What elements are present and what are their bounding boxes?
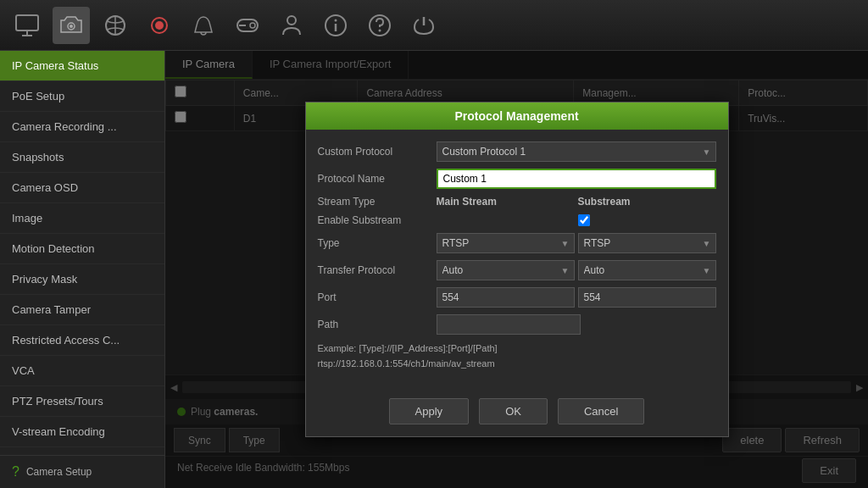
protocol-name-label: Protocol Name bbox=[318, 173, 437, 185]
type-row: Type RTSP HTTP RTSP bbox=[318, 233, 716, 253]
custom-protocol-field: Custom Protocol 1 Custom Protocol 2 bbox=[437, 141, 716, 162]
transfer-main-select[interactable]: Auto TCP UDP bbox=[437, 260, 575, 280]
sidebar-item-camera-tamper[interactable]: Camera Tamper bbox=[0, 295, 164, 325]
svg-point-4 bbox=[70, 25, 73, 28]
dialog-body: Custom Protocol Custom Protocol 1 Custom… bbox=[306, 130, 728, 390]
sidebar-item-ptz-presets[interactable]: PTZ Presets/Tours bbox=[0, 386, 164, 417]
protocol-name-input[interactable] bbox=[437, 169, 716, 189]
svg-point-8 bbox=[155, 21, 164, 30]
power-icon[interactable] bbox=[405, 7, 442, 44]
sidebar-item-vca[interactable]: VCA bbox=[0, 356, 164, 386]
sidebar-item-ip-camera-status[interactable]: IP Camera Status bbox=[0, 51, 164, 81]
top-toolbar bbox=[0, 0, 868, 51]
sidebar-item-poe-setup[interactable]: PoE Setup bbox=[0, 81, 164, 112]
path-label: Path bbox=[318, 319, 437, 330]
type-label: Type bbox=[318, 237, 437, 249]
dialog-overlay: Protocol Management Custom Protocol Cust… bbox=[165, 51, 868, 488]
port-label: Port bbox=[318, 291, 437, 303]
transfer-sub-select[interactable]: Auto TCP UDP bbox=[578, 260, 716, 280]
enable-substream-checkbox-cell bbox=[575, 214, 716, 226]
stream-type-label: Stream Type bbox=[318, 196, 437, 208]
question-icon[interactable] bbox=[361, 7, 398, 44]
sidebar-item-restricted-access[interactable]: Restricted Access C... bbox=[0, 325, 164, 356]
apply-button[interactable]: Apply bbox=[389, 398, 470, 424]
question-circle-icon: ? bbox=[12, 464, 19, 480]
protocol-name-field bbox=[437, 169, 716, 189]
example-text: Example: [Type]://[IP_Address]:[Port]/[P… bbox=[318, 341, 716, 371]
sidebar-item-camera-osd[interactable]: Camera OSD bbox=[0, 173, 164, 203]
sidebar-item-motion-detection[interactable]: Motion Detection bbox=[0, 234, 164, 264]
enable-substream-main-spacer bbox=[437, 214, 575, 226]
path-sub-spacer bbox=[584, 314, 716, 335]
enable-substream-label: Enable Substream bbox=[318, 214, 437, 226]
info-icon[interactable] bbox=[317, 7, 354, 44]
camera-icon[interactable] bbox=[53, 7, 90, 44]
enable-substream-row: Enable Substream bbox=[318, 214, 716, 226]
protocol-management-dialog: Protocol Management Custom Protocol Cust… bbox=[305, 102, 729, 437]
enable-substream-checkbox[interactable] bbox=[578, 214, 590, 226]
dialog-buttons: Apply OK Cancel bbox=[306, 390, 728, 436]
sidebar: IP Camera Status PoE Setup Camera Record… bbox=[0, 51, 165, 488]
port-row: Port bbox=[318, 287, 716, 308]
sidebar-item-image[interactable]: Image bbox=[0, 203, 164, 234]
network-icon[interactable] bbox=[97, 7, 134, 44]
sidebar-bottom: ? Camera Setup bbox=[0, 455, 164, 488]
custom-protocol-label: Custom Protocol bbox=[318, 146, 437, 158]
alarm-icon[interactable] bbox=[185, 7, 222, 44]
substream-header: Substream bbox=[575, 196, 716, 208]
transfer-protocol-row: Transfer Protocol Auto TCP UDP bbox=[318, 260, 716, 280]
type-main-select[interactable]: RTSP HTTP bbox=[437, 233, 575, 253]
monitor-icon[interactable] bbox=[8, 7, 46, 44]
sidebar-item-vstream-encoding[interactable]: V-stream Encoding bbox=[0, 417, 164, 447]
person-icon[interactable] bbox=[273, 7, 310, 44]
camera-setup-label: Camera Setup bbox=[26, 466, 92, 478]
port-sub-input[interactable] bbox=[578, 287, 716, 308]
ok-button[interactable]: OK bbox=[479, 398, 548, 424]
transfer-protocol-label: Transfer Protocol bbox=[318, 264, 437, 276]
main-stream-header: Main Stream bbox=[437, 196, 575, 208]
sidebar-item-privacy-mask[interactable]: Privacy Mask bbox=[0, 264, 164, 295]
main-layout: IP Camera Status PoE Setup Camera Record… bbox=[0, 51, 868, 488]
custom-protocol-select[interactable]: Custom Protocol 1 Custom Protocol 2 bbox=[437, 141, 716, 162]
content-area: IP Camera IP Camera Import/Export Came..… bbox=[165, 51, 868, 488]
svg-point-17 bbox=[379, 29, 381, 31]
hdd-icon[interactable] bbox=[229, 7, 266, 44]
dialog-title: Protocol Management bbox=[306, 103, 728, 130]
sidebar-item-camera-recording[interactable]: Camera Recording ... bbox=[0, 112, 164, 142]
svg-point-12 bbox=[287, 16, 296, 25]
type-sub-select[interactable]: RTSP HTTP bbox=[578, 233, 716, 253]
protocol-name-row: Protocol Name bbox=[318, 169, 716, 189]
custom-protocol-row: Custom Protocol Custom Protocol 1 Custom… bbox=[318, 141, 716, 162]
sidebar-item-snapshots[interactable]: Snapshots bbox=[0, 142, 164, 173]
cancel-button[interactable]: Cancel bbox=[558, 398, 644, 424]
path-main-input[interactable] bbox=[437, 314, 581, 335]
port-main-input[interactable] bbox=[437, 287, 575, 308]
path-row: Path bbox=[318, 314, 716, 335]
svg-point-10 bbox=[250, 23, 255, 28]
svg-point-15 bbox=[335, 19, 337, 21]
record-icon[interactable] bbox=[141, 7, 178, 44]
svg-rect-0 bbox=[16, 15, 38, 30]
stream-type-row: Stream Type Main Stream Substream bbox=[318, 196, 716, 208]
